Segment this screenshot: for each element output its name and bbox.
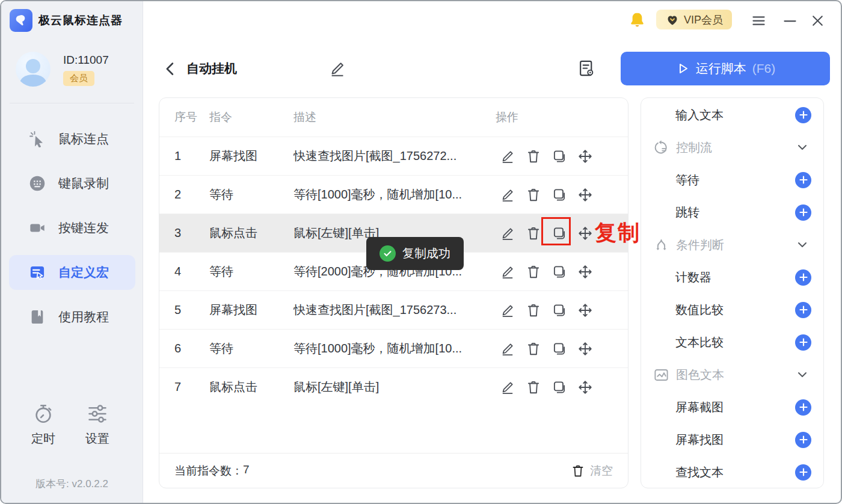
chevron-down-icon[interactable] [795, 238, 810, 252]
panel-item-screenshot: 屏幕截图 [641, 391, 823, 423]
copy-icon[interactable] [552, 187, 567, 203]
branch-icon [653, 237, 669, 253]
sidebar-menu: 鼠标连点 键鼠录制 按键连发 [1, 117, 143, 339]
panel-item-input-text: 输入文本 [641, 99, 823, 131]
panel-item-counter: 计数器 [641, 261, 823, 293]
move-icon[interactable] [577, 187, 593, 203]
edit-icon[interactable] [499, 186, 515, 203]
panel-item-find-text: 查找文本 [641, 456, 823, 488]
book-icon [29, 309, 46, 325]
clear-label: 清空 [590, 463, 613, 479]
avatar[interactable] [16, 52, 51, 87]
vip-badge[interactable]: VIP会员 [656, 10, 732, 29]
delete-icon[interactable] [526, 380, 541, 395]
row-number: 4 [159, 265, 209, 278]
settings-label: 设置 [85, 432, 109, 445]
rename-edit-icon[interactable] [328, 59, 346, 80]
copy-icon[interactable] [552, 380, 567, 395]
delete-icon[interactable] [526, 264, 541, 280]
move-icon[interactable] [577, 264, 593, 280]
edit-icon[interactable] [499, 302, 515, 318]
row-number: 5 [159, 303, 209, 317]
edit-icon[interactable] [499, 263, 515, 280]
sidebar-item-label: 鼠标连点 [58, 131, 109, 147]
delete-icon[interactable] [526, 341, 541, 357]
version-label: 版本号: v2.0.2.2 [1, 477, 143, 491]
menu-button[interactable] [751, 13, 767, 31]
sidebar-item-mouse-clicker[interactable]: 鼠标连点 [1, 117, 143, 161]
back-button[interactable] [162, 61, 179, 79]
move-icon[interactable] [577, 303, 593, 318]
copy-icon[interactable] [552, 149, 567, 164]
row-command: 等待 [209, 340, 293, 357]
table-footer: 当前指令数： 7 清空 [159, 453, 628, 488]
move-icon[interactable] [577, 380, 593, 395]
table-row: 5 屏幕找图 快速查找图片[截图_1756273... [159, 290, 628, 329]
script-settings-icon[interactable] [577, 59, 596, 80]
panel-group-image-text[interactable]: 图色文本 [641, 358, 823, 391]
delete-icon[interactable] [526, 303, 541, 318]
panel-item-text-compare: 文本比较 [641, 326, 823, 358]
row-command: 等待 [209, 186, 293, 203]
app-brand: 极云鼠标连点器 [10, 9, 123, 32]
sidebar-item-custom-macro[interactable]: 自定义宏 [9, 255, 135, 290]
add-wait-button[interactable] [795, 172, 811, 188]
row-command: 鼠标点击 [209, 225, 293, 241]
move-icon[interactable] [577, 341, 593, 357]
sidebar-item-record[interactable]: 键鼠录制 [1, 161, 143, 206]
annotation-highlight-box [541, 217, 571, 245]
add-counter-button[interactable] [795, 269, 811, 286]
panel-group-label: 图色文本 [676, 367, 724, 383]
row-description: 鼠标[左键][单击] [293, 379, 484, 395]
edit-icon[interactable] [499, 340, 515, 357]
row-description: 等待[1000]毫秒，随机增加[10... [293, 186, 484, 203]
delete-icon[interactable] [526, 187, 541, 203]
delete-icon[interactable] [526, 226, 541, 241]
table-row: 7 鼠标点击 鼠标[左键][单击] [159, 367, 628, 406]
panel-group-label: 控制流 [676, 140, 712, 156]
panel-item-label: 等待 [675, 172, 699, 188]
chevron-down-icon[interactable] [795, 140, 810, 155]
image-icon [653, 367, 669, 383]
delete-icon[interactable] [526, 149, 541, 164]
panel-item-label: 屏幕找图 [675, 432, 724, 448]
move-icon[interactable] [577, 149, 593, 164]
run-script-button[interactable]: 运行脚本 (F6) [621, 52, 830, 85]
app-logo-icon [10, 9, 32, 32]
copy-icon[interactable] [552, 341, 567, 357]
notification-bell-icon[interactable] [628, 11, 647, 32]
edit-icon[interactable] [499, 225, 515, 241]
minimize-button[interactable] [782, 13, 798, 31]
panel-item-label: 跳转 [675, 204, 699, 221]
add-screenshot-button[interactable] [795, 399, 811, 416]
panel-item-jump: 跳转 [641, 196, 823, 229]
add-jump-button[interactable] [795, 204, 811, 221]
trash-icon [571, 464, 585, 478]
flow-icon [653, 140, 669, 156]
add-find-text-button[interactable] [795, 464, 811, 481]
timer-button[interactable]: 定时 [25, 403, 61, 447]
add-text-compare-button[interactable] [795, 334, 811, 351]
count-label: 当前指令数： [174, 463, 243, 479]
panel-item-label: 输入文本 [675, 107, 724, 123]
clear-all-button[interactable]: 清空 [571, 463, 613, 479]
sidebar-item-key-repeat[interactable]: 按键连发 [1, 206, 143, 250]
row-description: 快速查找图片[截图_1756272... [293, 148, 484, 164]
sidebar-item-tutorial[interactable]: 使用教程 [1, 295, 143, 339]
copy-icon[interactable] [552, 264, 567, 280]
panel-group-control-flow[interactable]: 控制流 [641, 131, 823, 164]
move-icon[interactable] [577, 226, 593, 241]
table-row: 1 屏幕找图 快速查找图片[截图_1756272... [159, 137, 628, 175]
edit-icon[interactable] [499, 148, 515, 164]
close-button[interactable] [810, 13, 826, 31]
add-input-text-button[interactable] [795, 107, 811, 123]
panel-group-condition[interactable]: 条件判断 [641, 229, 823, 261]
add-number-compare-button[interactable] [795, 302, 811, 318]
edit-icon[interactable] [499, 379, 515, 395]
settings-button[interactable]: 设置 [79, 403, 115, 447]
add-find-image-button[interactable] [795, 432, 811, 448]
copy-icon[interactable] [552, 303, 567, 318]
chevron-down-icon[interactable] [795, 367, 810, 382]
member-badge: 会员 [63, 71, 94, 86]
row-command: 屏幕找图 [209, 302, 293, 318]
